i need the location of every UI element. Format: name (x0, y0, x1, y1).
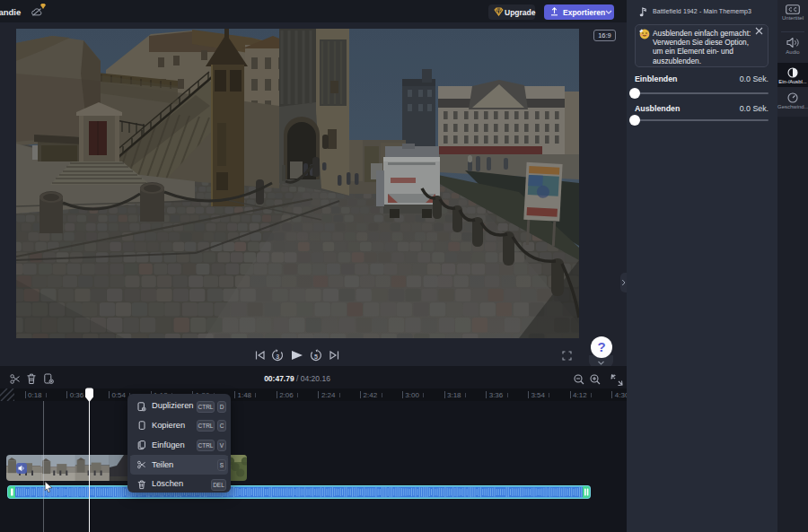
svg-text:3: 3 (276, 353, 279, 360)
svg-text:5: 5 (314, 353, 318, 360)
